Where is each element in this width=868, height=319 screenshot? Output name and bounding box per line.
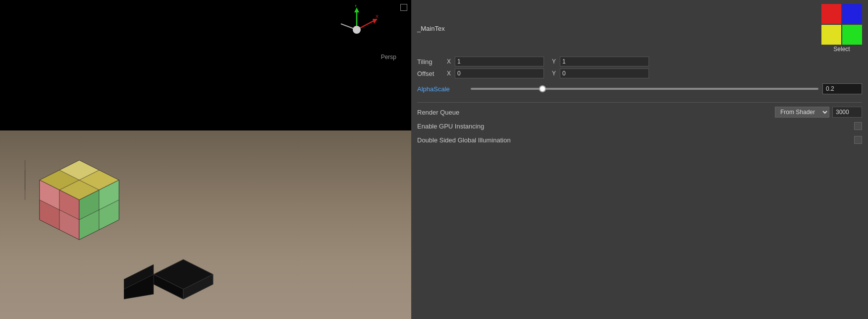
tiling-x-input[interactable] — [455, 57, 544, 66]
render-queue-dropdown[interactable]: From Shader Background Geometry AlphaTes… — [775, 107, 829, 118]
swatches-area: Select — [821, 4, 862, 53]
offset-row: Offset X Y — [417, 68, 862, 78]
double-sided-gi-row: Double Sided Global Illumination — [417, 133, 862, 146]
render-queue-number-input[interactable] — [832, 107, 862, 118]
maintex-title: _MainTex — [417, 25, 445, 32]
maintex-header-row: _MainTex Select — [417, 4, 862, 53]
tiling-row: Tiling X Y — [417, 57, 862, 66]
maximize-button[interactable] — [400, 4, 407, 11]
swatch-red[interactable] — [821, 4, 841, 24]
svg-marker-24 — [354, 7, 359, 12]
alphascale-slider-container — [471, 84, 818, 94]
svg-text:Y: Y — [354, 5, 357, 8]
divider-1 — [417, 102, 862, 103]
offset-xy: X Y — [447, 68, 862, 78]
tiling-x-label: X — [447, 58, 453, 65]
offset-label: Offset — [417, 70, 447, 77]
render-queue-label: Render Queue — [417, 109, 775, 116]
swatches-grid — [821, 4, 862, 45]
tiling-label: Tiling — [417, 58, 447, 65]
svg-point-28 — [353, 26, 361, 34]
cube-3d — [25, 145, 134, 255]
render-queue-row: Render Queue From Shader Background Geom… — [417, 106, 862, 119]
persp-label: Persp — [381, 54, 396, 61]
swatch-yellow[interactable] — [821, 25, 841, 45]
offset-x-label: X — [447, 70, 453, 77]
enable-gpu-instancing-row: Enable GPU Instancing — [417, 120, 862, 132]
offset-y-input[interactable] — [560, 68, 649, 78]
offset-x-input[interactable] — [455, 68, 544, 78]
tiling-xy: X Y — [447, 57, 862, 66]
properties-panel: _MainTex Select Tiling X Y — [411, 0, 868, 319]
swatch-green[interactable] — [842, 25, 862, 45]
tiling-y-label: Y — [552, 58, 558, 65]
black-platform — [124, 235, 223, 309]
enable-gpu-instancing-label: Enable GPU Instancing — [417, 123, 854, 130]
alphascale-slider[interactable] — [471, 88, 818, 90]
viewport: Y X Persp — [0, 0, 411, 319]
tiling-y-input[interactable] — [560, 57, 649, 66]
scene-gizmo[interactable]: Y X — [332, 5, 381, 55]
double-sided-gi-checkbox[interactable] — [854, 136, 862, 144]
double-sided-gi-label: Double Sided Global Illumination — [417, 136, 854, 144]
alphascale-value-input[interactable] — [822, 83, 862, 94]
alphascale-label: AlphaScale — [417, 85, 467, 93]
svg-marker-26 — [373, 19, 378, 24]
alphascale-row: AlphaScale — [417, 83, 862, 94]
offset-y-label: Y — [552, 70, 558, 77]
svg-text:X: X — [376, 14, 379, 19]
swatch-blue[interactable] — [842, 4, 862, 24]
select-label: Select — [833, 46, 850, 53]
enable-gpu-instancing-checkbox[interactable] — [854, 122, 862, 130]
